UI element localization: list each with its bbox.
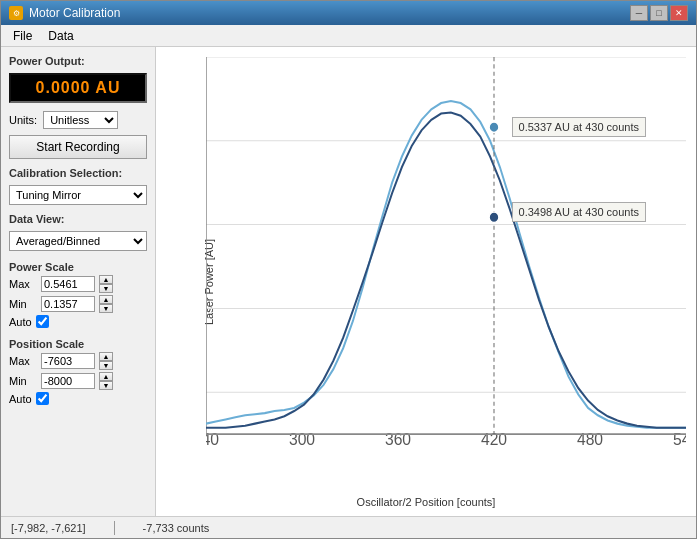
position-min-down[interactable]: ▼ (99, 381, 113, 390)
sidebar: Power Output: 0.0000 AU Units: Unitless … (1, 47, 156, 516)
power-output-label: Power Output: (9, 55, 147, 67)
power-max-input[interactable] (41, 276, 95, 292)
chart-area: Laser Power [AU] 0.20 0.40 0.60 240 300 (156, 47, 696, 516)
svg-text:240: 240 (206, 429, 219, 448)
menu-file[interactable]: File (5, 27, 40, 45)
power-auto-label: Auto (9, 316, 32, 328)
close-button[interactable]: ✕ (670, 5, 688, 21)
main-window: ⚙ Motor Calibration ─ □ ✕ File Data Powe… (0, 0, 697, 539)
power-min-input[interactable] (41, 296, 95, 312)
status-divider (114, 521, 115, 535)
position-min-row: Min ▲ ▼ (9, 372, 147, 390)
position-max-down[interactable]: ▼ (99, 361, 113, 370)
minimize-button[interactable]: ─ (630, 5, 648, 21)
position-max-up[interactable]: ▲ (99, 352, 113, 361)
chart-svg: 0.20 0.40 0.60 240 300 360 420 480 540 (206, 57, 686, 476)
units-label: Units: (9, 114, 37, 126)
position-min-input[interactable] (41, 373, 95, 389)
position-min-label: Min (9, 375, 37, 387)
position-auto-row: Auto (9, 392, 147, 405)
svg-text:480: 480 (577, 429, 603, 448)
status-counts: -7,733 counts (143, 522, 210, 534)
title-bar: ⚙ Motor Calibration ─ □ ✕ (1, 1, 696, 25)
position-auto-label: Auto (9, 393, 32, 405)
power-max-row: Max ▲ ▼ (9, 275, 147, 293)
window-title: Motor Calibration (29, 6, 120, 20)
svg-point-18 (489, 212, 499, 222)
position-max-spinner: ▲ ▼ (99, 352, 113, 370)
maximize-button[interactable]: □ (650, 5, 668, 21)
power-scale-title: Power Scale (9, 261, 147, 273)
position-max-label: Max (9, 355, 37, 367)
status-coordinates: [-7,982, -7,621] (11, 522, 86, 534)
power-min-down[interactable]: ▼ (99, 304, 113, 313)
power-min-row: Min ▲ ▼ (9, 295, 147, 313)
title-buttons: ─ □ ✕ (630, 5, 688, 21)
data-view-select[interactable]: Averaged/Binned Raw (9, 231, 147, 251)
app-icon: ⚙ (9, 6, 23, 20)
position-scale-title: Position Scale (9, 338, 147, 350)
position-auto-checkbox[interactable] (36, 392, 49, 405)
power-auto-row: Auto (9, 315, 147, 328)
units-row: Units: Unitless Watts mW (9, 111, 147, 129)
power-scale-section: Power Scale Max ▲ ▼ Min ▲ ▼ (9, 261, 147, 328)
svg-text:540: 540 (673, 429, 686, 448)
power-min-up[interactable]: ▲ (99, 295, 113, 304)
position-min-up[interactable]: ▲ (99, 372, 113, 381)
power-max-spinner: ▲ ▼ (99, 275, 113, 293)
start-recording-button[interactable]: Start Recording (9, 135, 147, 159)
position-min-spinner: ▲ ▼ (99, 372, 113, 390)
title-bar-left: ⚙ Motor Calibration (9, 6, 120, 20)
svg-text:300: 300 (289, 429, 315, 448)
power-max-down[interactable]: ▼ (99, 284, 113, 293)
main-content: Power Output: 0.0000 AU Units: Unitless … (1, 47, 696, 516)
svg-point-17 (489, 122, 499, 132)
units-select[interactable]: Unitless Watts mW (43, 111, 118, 129)
power-min-spinner: ▲ ▼ (99, 295, 113, 313)
status-bar: [-7,982, -7,621] -7,733 counts (1, 516, 696, 538)
position-max-input[interactable] (41, 353, 95, 369)
chart-container[interactable]: 0.20 0.40 0.60 240 300 360 420 480 540 (206, 57, 686, 476)
power-display: 0.0000 AU (9, 73, 147, 103)
data-view-label: Data View: (9, 213, 147, 225)
x-axis-label: Oscillator/2 Position [counts] (357, 496, 496, 508)
menu-data[interactable]: Data (40, 27, 81, 45)
position-scale-section: Position Scale Max ▲ ▼ Min ▲ ▼ (9, 338, 147, 405)
power-max-up[interactable]: ▲ (99, 275, 113, 284)
calibration-selection-select[interactable]: Tuning Mirror Grating OC Mirror (9, 185, 147, 205)
power-auto-checkbox[interactable] (36, 315, 49, 328)
position-max-row: Max ▲ ▼ (9, 352, 147, 370)
menu-bar: File Data (1, 25, 696, 47)
power-max-label: Max (9, 278, 37, 290)
svg-text:360: 360 (385, 429, 411, 448)
calibration-selection-label: Calibration Selection: (9, 167, 147, 179)
power-min-label: Min (9, 298, 37, 310)
